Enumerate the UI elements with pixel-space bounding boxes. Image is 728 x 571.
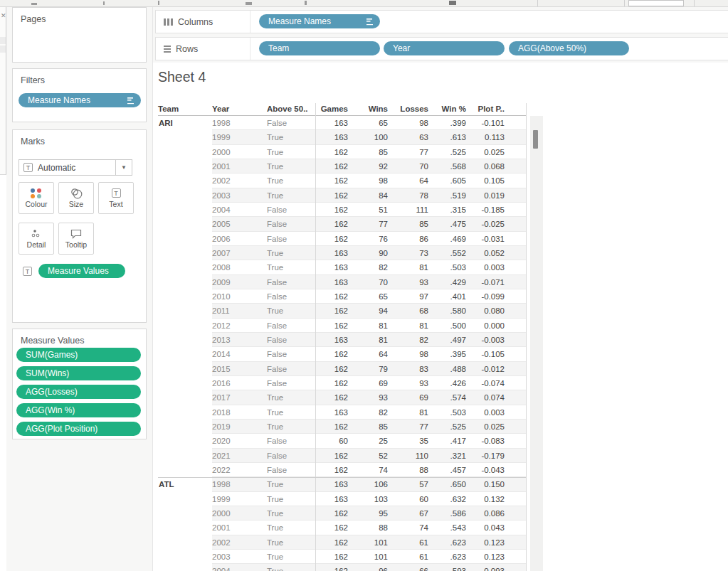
table-row[interactable]: 2006False1627686.469-0.031 bbox=[158, 232, 526, 246]
pill-label: Measure Names bbox=[19, 95, 90, 105]
side-panel: Pages Filters Measure Names Marks T Auto… bbox=[6, 7, 152, 571]
column-header-games[interactable]: Games bbox=[315, 103, 350, 115]
rows-pill-agg-above-50[interactable]: AGG(Above 50%) bbox=[509, 41, 629, 55]
text-mark-icon: T bbox=[23, 163, 33, 172]
toolbar-icon-fragment bbox=[449, 1, 456, 5]
mark-type-value: Automatic bbox=[38, 163, 115, 173]
table-row[interactable]: 2009False1637093.429-0.071 bbox=[158, 275, 526, 289]
table-row[interactable]: 1999True16310360.6320.132 bbox=[158, 492, 526, 506]
column-header-team[interactable]: Team bbox=[158, 103, 212, 115]
pill-label: Team bbox=[259, 43, 289, 53]
table-row[interactable]: 2008True1638281.5030.003 bbox=[158, 260, 526, 274]
pane-divider-line bbox=[315, 103, 316, 571]
vertical-scrollbar[interactable] bbox=[530, 116, 543, 571]
filters-shelf[interactable]: Filters Measure Names bbox=[12, 68, 147, 122]
pill-label: AGG(Plot Position) bbox=[16, 424, 97, 434]
measure-values-pill[interactable]: AGG(Plot Position) bbox=[16, 422, 141, 436]
table-body: ARI1998False1636598.399-0.1011999True163… bbox=[158, 116, 526, 571]
toolbar-strip bbox=[0, 0, 728, 7]
measure-values-card: Measure Values SUM(Games)SUM(Wins)AGG(Lo… bbox=[12, 329, 147, 439]
table-row[interactable]: 2017True1629369.5740.074 bbox=[158, 390, 526, 405]
rows-pill-team[interactable]: Team bbox=[259, 41, 380, 55]
collapse-icon[interactable]: ✕ bbox=[1, 13, 6, 19]
rows-shelf[interactable]: Rows Team Year AGG(Above 50%) bbox=[155, 37, 728, 60]
measure-values-label: Measure Values bbox=[13, 329, 146, 346]
table-row[interactable]: 1999True16310063.6130.113 bbox=[158, 130, 526, 144]
shelf-separator bbox=[250, 38, 250, 60]
measure-values-pill[interactable]: AGG(Win %) bbox=[16, 403, 141, 417]
marks-pill-measure-values[interactable]: Measure Values bbox=[38, 264, 125, 278]
size-icon bbox=[59, 183, 93, 200]
tooltip-button[interactable]: Tooltip bbox=[58, 223, 94, 255]
columns-pill-measure-names[interactable]: Measure Names bbox=[259, 14, 380, 28]
collapsed-panel-strip[interactable]: ✕ bbox=[0, 7, 6, 175]
pill-label: AGG(Above 50%) bbox=[509, 43, 586, 53]
table-row[interactable]: 2003True16210161.6230.123 bbox=[158, 550, 526, 564]
table-row[interactable]: 2007True1639073.5520.052 bbox=[158, 246, 526, 260]
table-row[interactable]: 2004False16251111.315-0.185 bbox=[158, 203, 526, 217]
toolbar-icon-fragment bbox=[103, 1, 105, 5]
text-icon: T bbox=[99, 183, 133, 200]
toolbar-separator bbox=[694, 0, 695, 6]
toolbar-dropdown-fragment[interactable] bbox=[628, 0, 684, 6]
measure-values-pill[interactable]: SUM(Games) bbox=[16, 348, 141, 362]
table-row[interactable]: 2002True16210161.6230.123 bbox=[158, 535, 526, 550]
table-row[interactable]: ATL1998True16310657.6500.150 bbox=[158, 477, 526, 491]
table-row[interactable]: 2021False16252110.321-0.179 bbox=[158, 449, 526, 463]
scrollbar-thumb[interactable] bbox=[533, 130, 538, 149]
columns-shelf-label: Columns bbox=[178, 17, 213, 27]
shelf-separator bbox=[250, 11, 250, 33]
pages-shelf[interactable]: Pages bbox=[12, 7, 147, 63]
size-button[interactable]: Size bbox=[58, 182, 94, 214]
table-row[interactable]: 2002True1629864.6050.105 bbox=[158, 174, 526, 188]
columns-shelf[interactable]: Columns Measure Names bbox=[155, 10, 728, 33]
measure-values-pill[interactable]: SUM(Wins) bbox=[16, 366, 141, 380]
sheet-canvas: Sheet 4 Team Year Above 50.. Games Wins … bbox=[153, 63, 728, 571]
column-header-plotpos[interactable]: Plot P.. bbox=[468, 103, 507, 115]
table-row[interactable]: 2004True1629666.5930.093 bbox=[158, 564, 526, 571]
table-row[interactable]: 2022False1627488.457-0.043 bbox=[158, 463, 526, 477]
panel-fragment bbox=[0, 37, 6, 44]
table-row[interactable]: 2001True1629270.5680.068 bbox=[158, 159, 526, 174]
column-header-wins[interactable]: Wins bbox=[350, 103, 390, 115]
table-row[interactable]: 2005False1627785.475-0.025 bbox=[158, 217, 526, 231]
table-row[interactable]: 2000True1629567.5860.086 bbox=[158, 506, 526, 521]
column-header-winpct[interactable]: Win % bbox=[431, 103, 468, 115]
detail-button-label: Detail bbox=[19, 240, 53, 249]
filters-label: Filters bbox=[13, 69, 146, 85]
table-row[interactable]: 2000True1628577.5250.025 bbox=[158, 145, 526, 159]
size-button-label: Size bbox=[59, 200, 93, 208]
text-button[interactable]: T Text bbox=[98, 182, 134, 214]
tooltip-button-label: Tooltip bbox=[59, 240, 93, 249]
table-row[interactable]: 2014False1626498.395-0.105 bbox=[158, 347, 526, 361]
columns-icon bbox=[164, 18, 173, 26]
table-row[interactable]: 2003True1628478.5190.019 bbox=[158, 188, 526, 203]
detail-button[interactable]: Detail bbox=[19, 223, 54, 255]
table-row[interactable]: 2016False1626993.426-0.074 bbox=[158, 376, 526, 390]
table-row[interactable]: 2013False1638182.497-0.003 bbox=[158, 333, 526, 347]
table-row[interactable]: 2020False602535.417-0.083 bbox=[158, 434, 526, 448]
pill-label: AGG(Win %) bbox=[16, 405, 75, 415]
filter-pill-measure-names[interactable]: Measure Names bbox=[19, 93, 141, 107]
measure-values-pill[interactable]: AGG(Losses) bbox=[16, 385, 141, 399]
table-row[interactable]: 2011True1629468.5800.080 bbox=[158, 304, 526, 318]
table-row[interactable]: 2012False1628181.5000.000 bbox=[158, 319, 526, 333]
toolbar-separator bbox=[624, 0, 625, 6]
mark-type-dropdown[interactable]: T Automatic ▼ bbox=[19, 159, 132, 176]
table-row[interactable]: 2018True1638281.5030.003 bbox=[158, 405, 526, 420]
column-header-year[interactable]: Year bbox=[212, 103, 267, 115]
table-row[interactable]: 2010False1626597.401-0.099 bbox=[158, 289, 526, 304]
column-header-losses[interactable]: Losses bbox=[390, 103, 431, 115]
dropdown-arrow-icon[interactable]: ▼ bbox=[115, 160, 132, 175]
table-row[interactable]: ARI1998False1636598.399-0.101 bbox=[158, 116, 526, 130]
table-row[interactable]: 2001True1628874.5430.043 bbox=[158, 521, 526, 535]
column-header-above50[interactable]: Above 50.. bbox=[267, 103, 315, 115]
text-mark-icon: T bbox=[23, 267, 32, 276]
colour-button[interactable]: Colour bbox=[19, 182, 54, 214]
pill-label: Measure Values bbox=[38, 266, 109, 276]
tooltip-icon bbox=[59, 223, 93, 240]
rows-pill-year[interactable]: Year bbox=[384, 41, 505, 55]
toolbar-icon-fragment bbox=[31, 3, 37, 5]
table-row[interactable]: 2019True1628577.5250.025 bbox=[158, 420, 526, 434]
table-row[interactable]: 2015False1627983.488-0.012 bbox=[158, 362, 526, 376]
